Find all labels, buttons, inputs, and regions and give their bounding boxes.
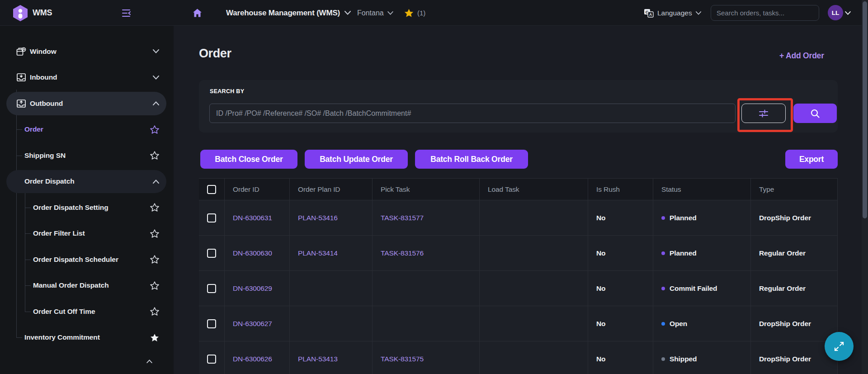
sidebar-scroll-up-icon[interactable] (146, 357, 152, 365)
chevron-down-icon (696, 11, 701, 15)
star-icon (404, 9, 414, 18)
row-checkbox[interactable] (207, 355, 216, 364)
favorite-toggle[interactable] (150, 203, 159, 212)
pick-task-link[interactable]: TASK-831577 (373, 200, 480, 235)
warehouse-name: Fontana (357, 9, 384, 17)
sidebar-item-order-dispatch[interactable]: Order Dispatch (0, 169, 174, 195)
scrollbar-thumb[interactable] (863, 1, 867, 218)
star-outline-icon[interactable] (150, 229, 159, 238)
search-button[interactable] (793, 104, 837, 123)
favorite-toggle[interactable] (150, 151, 159, 160)
status-badge: Open (670, 320, 687, 328)
user-avatar[interactable]: LL (828, 5, 843, 20)
wms-logo-icon (13, 5, 28, 22)
order-plan-id-link[interactable]: PLAN-53416 (290, 200, 373, 235)
status-badge: Shipped (670, 355, 697, 363)
page-scrollbar[interactable] (862, 0, 868, 374)
star-outline-icon[interactable] (150, 151, 159, 160)
batch-close-order-button[interactable]: Batch Close Order (200, 150, 297, 169)
order-plan-id-link[interactable]: PLAN-53413 (290, 341, 373, 374)
sidebar-item-shipping-sn[interactable]: Shipping SN (0, 142, 174, 169)
order-plan-id-link[interactable] (290, 306, 373, 341)
row-checkbox[interactable] (207, 319, 216, 328)
favorite-toggle[interactable] (150, 125, 159, 134)
order-id-link[interactable]: DN-6300626 (225, 341, 290, 374)
app-logo[interactable]: WMS (13, 0, 52, 26)
add-order-button[interactable]: + Add Order (779, 51, 824, 61)
sidebar-item-order[interactable]: Order (0, 117, 174, 143)
order-id-link[interactable]: DN-6300631 (225, 200, 290, 235)
sidebar-item-inventory-commitment[interactable]: Inventory Commitment (0, 325, 174, 351)
status-cell: Commit Failed (653, 271, 751, 306)
batch-update-order-button[interactable]: Batch Update Order (305, 150, 408, 169)
order-plan-id-link[interactable]: PLAN-53414 (290, 236, 373, 270)
search-icon (810, 109, 820, 118)
sidebar-item-order-dispatch-scheduler[interactable]: Order Dispatch Scheduler (0, 246, 174, 273)
chevron-down-icon (153, 49, 159, 53)
sidebar-item-inbound[interactable]: Inbound (0, 65, 174, 91)
star-outline-icon[interactable] (150, 255, 159, 264)
outbound-icon (16, 99, 26, 108)
sidebar-item-label: Order Dispatch (24, 177, 75, 185)
order-id-link[interactable]: DN-6300629 (225, 271, 290, 306)
sidebar-item-label: Order Filter List (33, 229, 85, 237)
favorite-toggle[interactable] (150, 281, 159, 290)
languages-dropdown[interactable]: G A Languages (644, 0, 701, 26)
star-outline-icon[interactable] (150, 307, 159, 316)
expand-fullscreen-button[interactable] (825, 332, 854, 361)
status-badge: Commit Failed (670, 284, 717, 293)
menu-fold-icon (121, 9, 131, 17)
tree-tick (16, 156, 22, 156)
sidebar-item-manual-order-dispatch[interactable]: Manual Order Dispatch (0, 273, 174, 299)
order-plan-id-link[interactable] (290, 271, 373, 306)
home-button[interactable] (193, 0, 202, 26)
favorite-toggle[interactable] (150, 255, 159, 264)
global-search-input[interactable] (711, 5, 819, 21)
sidebar-item-label: Outbound (30, 99, 63, 108)
favorites-count: (1) (417, 9, 425, 17)
chevron-up-icon (153, 101, 159, 105)
favorite-toggle[interactable] (150, 229, 159, 238)
row-checkbox[interactable] (207, 249, 216, 258)
batch-roll-back-order-button[interactable]: Batch Roll Back Order (415, 150, 528, 169)
warehouse-dropdown[interactable]: Fontana (357, 0, 393, 26)
is-rush-cell: No (588, 341, 653, 374)
tree-tick (16, 337, 22, 338)
export-button[interactable]: Export (785, 150, 838, 169)
home-icon (193, 9, 202, 17)
pick-task-link[interactable]: TASK-831576 (373, 236, 480, 270)
sidebar-item-order-filter-list[interactable]: Order Filter List (0, 221, 174, 247)
order-id-link[interactable]: DN-6300630 (225, 236, 290, 270)
star-outline-icon[interactable] (150, 203, 159, 212)
advanced-filter-button[interactable] (741, 104, 786, 123)
page-title: Order (199, 47, 231, 61)
star-outline-icon[interactable] (150, 125, 159, 134)
favorite-toggle[interactable] (150, 333, 159, 342)
pick-task-link[interactable] (373, 271, 480, 306)
order-search-input[interactable] (209, 104, 736, 123)
row-checkbox[interactable] (207, 284, 216, 293)
orders-table: Order IDOrder Plan IDPick TaskLoad TaskI… (199, 178, 838, 374)
pick-task-link[interactable]: TASK-831575 (373, 341, 480, 374)
order-id-link[interactable]: DN-6300627 (225, 306, 290, 341)
table-row: DN-6300631PLAN-53416TASK-831577NoPlanned… (199, 200, 838, 236)
user-menu-button[interactable] (845, 0, 851, 26)
star-outline-icon[interactable] (150, 281, 159, 290)
sidebar-item-order-dispatch-setting[interactable]: Order Dispatch Setting (0, 194, 174, 221)
sidebar-item-window[interactable]: Window (0, 38, 174, 65)
favorite-toggle[interactable] (150, 307, 159, 316)
select-all-checkbox[interactable] (207, 185, 216, 194)
sidebar-item-label: Manual Order Dispatch (33, 281, 109, 289)
sidebar-item-label: Order Dispatch Scheduler (33, 256, 118, 264)
sidebar-collapse-button[interactable] (121, 0, 131, 26)
sidebar-item-order-cut-off-time[interactable]: Order Cut Off Time (0, 298, 174, 325)
app-title-dropdown[interactable]: Warehouse Management (WMS) (226, 0, 351, 26)
chevron-down-icon (153, 76, 159, 80)
sidebar-item-outbound[interactable]: Outbound (0, 90, 174, 117)
row-checkbox[interactable] (207, 213, 216, 223)
tree-tick (25, 285, 31, 286)
status-dot-icon (661, 216, 665, 220)
pick-task-link[interactable] (373, 306, 480, 341)
star-filled-icon[interactable] (150, 333, 159, 342)
favorites[interactable]: (1) (404, 0, 425, 26)
